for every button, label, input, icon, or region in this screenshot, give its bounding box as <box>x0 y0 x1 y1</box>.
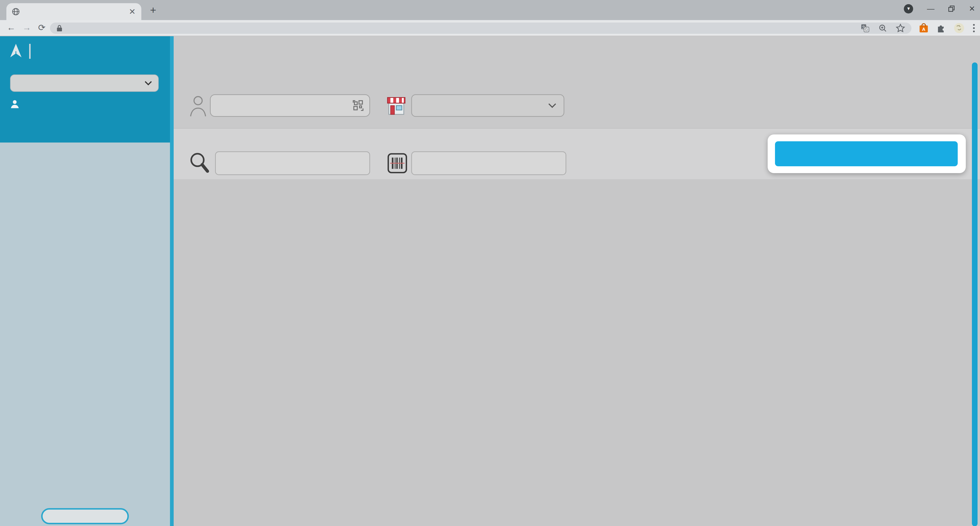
padlock-icon <box>56 24 63 32</box>
extensions-puzzle-icon[interactable] <box>936 24 946 33</box>
outlet-select[interactable] <box>411 94 564 117</box>
person-icon <box>189 94 207 118</box>
product-search-input[interactable] <box>215 151 370 175</box>
search-icon <box>188 151 211 176</box>
bookmark-star-icon[interactable] <box>896 24 905 33</box>
barcode-icon <box>387 151 407 175</box>
shopping-extension-icon[interactable]: A <box>919 23 928 33</box>
sidebar-divider <box>170 36 173 526</box>
chevron-down-icon <box>548 103 556 108</box>
forward-icon[interactable]: → <box>22 22 31 33</box>
page-scrollbar[interactable] <box>972 62 978 526</box>
svg-text:G: G <box>865 27 868 32</box>
new-tab-button[interactable]: + <box>150 5 156 16</box>
sidebar-header <box>0 36 170 143</box>
chevron-down-icon <box>145 81 152 86</box>
brand <box>8 42 32 61</box>
window-close-button[interactable]: ✕ <box>969 5 975 13</box>
browser-update-icon[interactable]: ▼ <box>904 4 913 13</box>
sidebar-outlet-select[interactable] <box>10 75 159 92</box>
tab-close-icon[interactable]: ✕ <box>129 7 136 16</box>
zoom-icon[interactable] <box>878 24 887 33</box>
profile-avatar[interactable] <box>954 23 964 33</box>
back-icon[interactable]: ← <box>7 22 16 33</box>
sidebar <box>0 36 170 526</box>
brand-plane-icon <box>8 42 24 61</box>
main-content <box>173 36 980 526</box>
kirim-button[interactable] <box>775 141 958 166</box>
svg-text:A: A <box>922 27 925 32</box>
customer-input[interactable] <box>210 94 370 117</box>
browser-tab-strip: ✕ + ▼ — ✕ <box>0 0 980 20</box>
user-icon <box>10 99 19 109</box>
browser-menu-kebab-icon[interactable] <box>973 24 975 33</box>
barcode-search-input[interactable] <box>411 151 566 175</box>
sidebar-user <box>10 99 25 109</box>
globe-favicon-icon <box>12 8 20 16</box>
reload-icon[interactable]: ⟳ <box>38 22 46 33</box>
store-icon <box>386 95 406 116</box>
window-restore-button[interactable] <box>948 5 955 12</box>
window-minimize-button[interactable]: — <box>927 5 935 13</box>
browser-tab[interactable]: ✕ <box>6 3 141 20</box>
address-bar[interactable]: 文G <box>50 22 912 34</box>
qr-scan-icon[interactable] <box>351 99 365 113</box>
translate-icon[interactable]: 文G <box>861 24 870 33</box>
reload-database-button[interactable] <box>41 508 129 524</box>
brand-bar <box>29 44 30 59</box>
screenshot-root: ✕ + ▼ — ✕ ← → ⟳ 文G A <box>0 0 980 526</box>
tutorial-spotlight <box>768 134 966 173</box>
